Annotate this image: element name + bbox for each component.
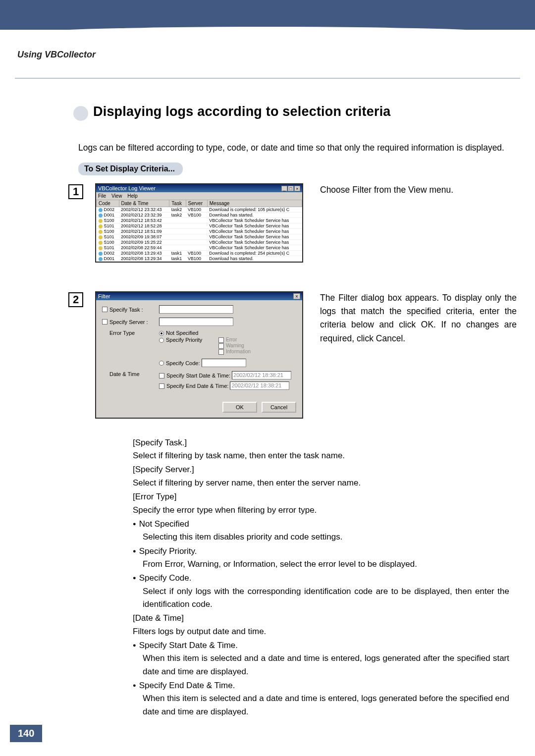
cell-code: S101 [97, 223, 119, 229]
table-row[interactable]: S1012002/02/08 22:59:44VBCollector Task … [97, 245, 302, 251]
col-message[interactable]: Message [207, 200, 302, 207]
page-number: 140 [10, 725, 42, 742]
cell-code: D001 [97, 213, 119, 218]
specify-server-label: Specify Server : [109, 319, 159, 325]
section-label: Using VBCollector [17, 50, 96, 60]
step-number: 2 [68, 292, 83, 307]
intro-text: Logs can be filtered according to type, … [78, 141, 517, 155]
cell-code: D002 [97, 207, 119, 213]
cell-task [169, 240, 186, 245]
cell-date: 2002/02/08 13:29:34 [119, 256, 169, 262]
cell-date: 2002/02/09 19:38:07 [119, 234, 169, 240]
end-date-checkbox[interactable] [159, 383, 164, 389]
close-icon[interactable]: × [293, 293, 300, 299]
filter-dialog: Filter × Specify Task : Specify Server : [95, 291, 303, 419]
cell-server [186, 234, 207, 240]
cell-date: 2002/02/12 18:52:28 [119, 223, 169, 229]
specify-task-label: Specify Task : [109, 307, 159, 313]
specify-server-field[interactable] [159, 318, 233, 326]
cell-code: D002 [97, 251, 119, 256]
step-2: 2 Filter × Specify Task : Specify Server… [78, 291, 517, 419]
cell-server [186, 245, 207, 251]
warning-checkbox[interactable] [218, 343, 224, 349]
specify-priority-label: Specify Priority [166, 337, 202, 343]
cell-code: S101 [97, 245, 119, 251]
cell-code: S100 [97, 229, 119, 234]
log-table: Code Date & Time Task Server Message D00… [96, 200, 302, 262]
specify-priority-radio[interactable] [159, 338, 164, 343]
cell-task [169, 223, 186, 229]
table-row[interactable]: S1002002/02/09 15:25:22VBCollector Task … [97, 240, 302, 245]
cell-code: D001 [97, 256, 119, 262]
start-date-checkbox[interactable] [159, 373, 164, 378]
start-date-field[interactable] [232, 371, 291, 379]
date-time-label: Date & Time [109, 371, 159, 377]
table-row[interactable]: S1012002/02/12 18:52:28VBCollector Task … [97, 223, 302, 229]
specify-task-checkbox[interactable] [102, 307, 107, 312]
close-icon[interactable]: × [294, 186, 300, 191]
cell-code: S101 [97, 234, 119, 240]
cell-message: Download has started. [207, 256, 302, 262]
cell-message: VBCollector Task Scheduler Service has [207, 229, 302, 234]
cell-server: VB100 [186, 213, 207, 218]
not-specified-label: Not Specified [166, 330, 198, 336]
cancel-button[interactable]: Cancel [262, 402, 296, 413]
page-header-band [0, 0, 535, 30]
specify-server-desc: Select if filtering by server name, then… [133, 477, 509, 489]
col-code[interactable]: Code [97, 200, 119, 207]
cell-date: 2002/02/12 18:53:42 [119, 218, 169, 223]
cell-message: VBCollector Task Scheduler Service has [207, 245, 302, 251]
specify-server-checkbox[interactable] [102, 319, 107, 324]
start-date-label: Specify Start Date & Time: [166, 372, 230, 378]
table-row[interactable]: D0012002/02/12 23:32:39task2VB100Downloa… [97, 213, 302, 218]
end-date-field[interactable] [230, 381, 289, 390]
col-server[interactable]: Server [186, 200, 207, 207]
information-checkbox[interactable] [218, 349, 224, 355]
maximize-icon[interactable]: □ [288, 186, 294, 191]
window-controls: _□× [281, 185, 300, 191]
cell-task: task2 [169, 207, 186, 213]
specify-code-field[interactable] [202, 359, 246, 367]
cell-message: VBCollector Task Scheduler Service has [207, 234, 302, 240]
cell-server [186, 229, 207, 234]
minimize-icon[interactable]: _ [281, 186, 287, 191]
not-specified-bullet: Not Specified [133, 518, 509, 531]
menu-file[interactable]: File [98, 193, 106, 199]
log-window-title: VBCollector Log Viewer [98, 185, 156, 191]
cell-server [186, 218, 207, 223]
information-chk-label: Information [226, 349, 251, 354]
cell-task: task1 [169, 251, 186, 256]
heading-bullet [73, 106, 88, 121]
table-row[interactable]: S1002002/02/12 18:53:42VBCollector Task … [97, 218, 302, 223]
ok-button[interactable]: OK [222, 402, 257, 413]
date-time-heading: [Date & Time] [133, 612, 509, 625]
specify-code-label: Specify Code: [166, 360, 200, 366]
start-date-bullet: Specify Start Date & Time. [133, 639, 509, 652]
table-row[interactable]: D0022002/02/08 13:29:43task1VB100Downloa… [97, 251, 302, 256]
end-date-label: Specify End Date & Time: [166, 382, 228, 388]
specify-priority-desc: From Error, Warning, or Information, sel… [143, 558, 509, 571]
table-row[interactable]: S1002002/02/12 18:51:09VBCollector Task … [97, 229, 302, 234]
criteria-details: [Specify Task.] Select if filtering by t… [133, 436, 509, 718]
col-task[interactable]: Task [169, 200, 186, 207]
table-row[interactable]: D0022002/02/12 23:32:43task2VB100Downloa… [97, 207, 302, 213]
cell-server: VB100 [186, 207, 207, 213]
date-time-desc: Filters logs by output date and time. [133, 625, 509, 638]
table-row[interactable]: S1012002/02/09 19:38:07VBCollector Task … [97, 234, 302, 240]
cell-message: Download is completed: 105 picture(s) C [207, 207, 302, 213]
error-chk-label: Error [226, 337, 237, 342]
table-row[interactable]: D0012002/02/08 13:29:34task1VB100Downloa… [97, 256, 302, 262]
error-checkbox[interactable] [218, 337, 224, 343]
specify-task-heading: [Specify Task.] [133, 436, 509, 449]
menu-view[interactable]: View [111, 193, 122, 199]
menu-help[interactable]: Help [127, 193, 138, 199]
cell-code: S100 [97, 218, 119, 223]
cell-task [169, 218, 186, 223]
col-date[interactable]: Date & Time [119, 200, 169, 207]
cell-message: VBCollector Task Scheduler Service has [207, 240, 302, 245]
specify-code-radio[interactable] [159, 361, 164, 366]
error-type-label: Error Type [109, 330, 159, 336]
specify-task-field[interactable] [159, 305, 233, 314]
subheading: To Set Display Criteria... [78, 162, 183, 175]
not-specified-radio[interactable] [159, 331, 164, 336]
